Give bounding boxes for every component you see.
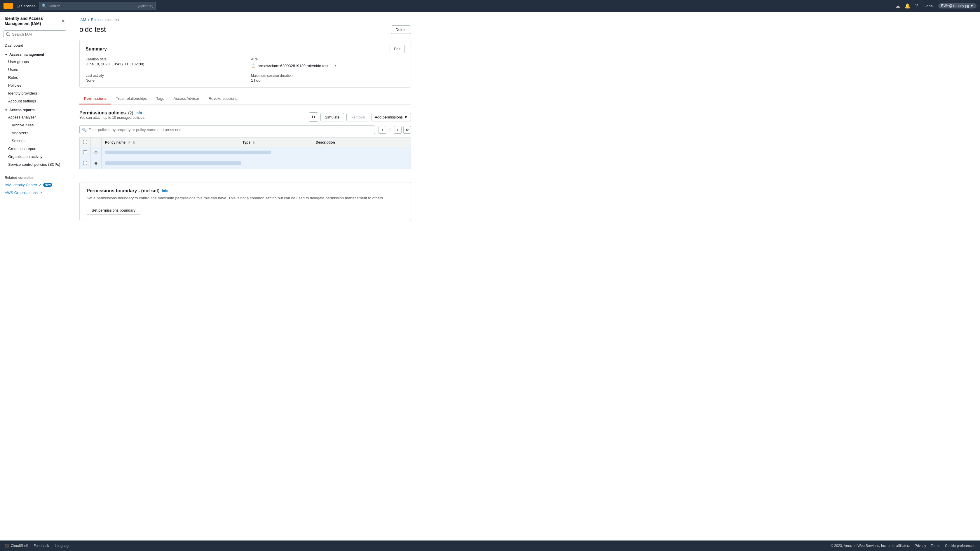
last-activity-value: None: [86, 78, 239, 83]
boundary-description: Set a permissions boundary to control th…: [87, 195, 404, 201]
refresh-button[interactable]: ↻: [309, 112, 318, 122]
global-search-input[interactable]: [48, 4, 136, 8]
add-permissions-button[interactable]: Add permissions ▼: [372, 113, 411, 121]
aws-logo: aws: [3, 3, 13, 9]
tab-permissions[interactable]: Permissions: [80, 93, 111, 105]
sidebar-item-aws-organizations[interactable]: AWS Organizations ↗: [0, 189, 70, 197]
sidebar-related-label: Related consoles: [0, 174, 70, 181]
sidebar-item-credential-report[interactable]: Credential report: [0, 145, 70, 153]
close-sidebar-icon[interactable]: ✕: [61, 18, 65, 24]
boundary-info-link[interactable]: Info: [162, 189, 169, 193]
breadcrumb-sep-2: ›: [102, 18, 103, 22]
sidebar-title: Identity and Access Management (IAM): [5, 16, 61, 26]
tab-access-advisor[interactable]: Access Advisor: [169, 93, 204, 105]
table-header-row: Policy name ↗ ⇅ Type ⇅ Description: [80, 138, 411, 147]
col-checkbox: [80, 138, 91, 147]
sidebar-search-input[interactable]: [3, 30, 66, 38]
breadcrumb-current: oidc-test: [105, 18, 120, 22]
sidebar-item-iam-identity-center[interactable]: IAM Identity Center ↗ New: [0, 181, 70, 189]
filter-row: 🔍 ‹ 1 › ⚙: [80, 126, 411, 134]
col-policy-name[interactable]: Policy name ↗ ⇅: [102, 138, 239, 147]
set-permissions-boundary-button[interactable]: Set permissions boundary: [87, 206, 140, 215]
row1-checkbox[interactable]: [83, 150, 87, 154]
sidebar-item-analyzers[interactable]: Analyzers: [0, 129, 70, 137]
sidebar-item-scps[interactable]: Service control policies (SCPs): [0, 161, 70, 169]
breadcrumb-roles[interactable]: Roles: [91, 18, 100, 22]
breadcrumb-iam[interactable]: IAM: [80, 18, 86, 22]
policies-info-link[interactable]: Info: [135, 111, 142, 115]
language-link[interactable]: Language: [55, 544, 70, 548]
expand-icon[interactable]: ⊕: [94, 150, 98, 155]
sort-icon-type: ⇅: [253, 141, 255, 144]
row2-loading-cell: [102, 158, 411, 169]
services-button[interactable]: ⊞ Services: [16, 3, 36, 8]
policies-table: Policy name ↗ ⇅ Type ⇅ Description: [80, 137, 411, 169]
policies-count: (2): [128, 111, 133, 115]
terms-link[interactable]: Terms: [931, 544, 940, 548]
sidebar-section-access-management[interactable]: ▼ Access management: [0, 49, 70, 58]
external-link-icon-policy: ↗: [127, 141, 130, 144]
summary-section: Summary Edit Creation date June 19, 2023…: [80, 40, 411, 88]
policies-subtitle: You can attach up to 10 managed policies…: [80, 116, 145, 119]
max-session-label: Maximum session duration: [251, 73, 405, 78]
prev-page-button[interactable]: ‹: [379, 126, 386, 134]
bottom-bar: ⬛ CloudShell Feedback Language © 2023, A…: [0, 540, 980, 551]
row1-checkbox-cell: [80, 147, 91, 158]
max-session-value: 1 hour: [251, 78, 405, 83]
sidebar-item-policies[interactable]: Policies: [0, 81, 70, 89]
loading-bar-2: [105, 161, 241, 165]
new-badge: New: [43, 183, 52, 187]
help-icon[interactable]: ?: [915, 3, 918, 8]
table-settings-button[interactable]: ⚙: [403, 126, 411, 134]
simulate-button[interactable]: Simulate: [320, 113, 344, 121]
filter-input[interactable]: [80, 126, 375, 134]
tab-tags[interactable]: Tags: [151, 93, 169, 105]
edit-button[interactable]: Edit: [390, 45, 405, 53]
breadcrumb-sep-1: ›: [88, 18, 89, 22]
sidebar-item-users[interactable]: Users: [0, 66, 70, 73]
copy-icon[interactable]: 📋: [251, 63, 256, 68]
table-row: ⊕: [80, 158, 411, 169]
sidebar-item-user-groups[interactable]: User groups: [0, 58, 70, 66]
sidebar-item-access-analyzer[interactable]: Access analyzer: [0, 113, 70, 121]
external-link-icon: ↗: [39, 183, 41, 187]
sidebar-item-identity-providers[interactable]: Identity providers: [0, 89, 70, 97]
sidebar-item-roles[interactable]: Roles: [0, 73, 70, 81]
cloudshell-button[interactable]: ⬛ CloudShell: [5, 544, 28, 548]
sidebar-section-access-reports[interactable]: ▼ Access reports: [0, 105, 70, 113]
delete-button[interactable]: Delete: [391, 25, 411, 34]
table-row: ⊕: [80, 147, 411, 158]
account-menu[interactable]: RW+@+buddy-pg ▼: [938, 3, 977, 8]
expand-icon-2[interactable]: ⊕: [94, 161, 98, 166]
bottom-bar-left: ⬛ CloudShell Feedback Language: [5, 544, 70, 548]
policies-header: Permissions policies (2) Info You can at…: [80, 110, 411, 124]
permissions-policies-section: Permissions policies (2) Info You can at…: [80, 105, 411, 175]
next-page-button[interactable]: ›: [394, 126, 402, 134]
cookie-link[interactable]: Cookie preferences: [945, 544, 975, 548]
tab-revoke-sessions[interactable]: Revoke sessions: [204, 93, 242, 105]
sidebar-header: Identity and Access Management (IAM) ✕: [0, 12, 70, 29]
breadcrumb: IAM › Roles › oidc-test: [80, 18, 411, 22]
select-all-checkbox[interactable]: [83, 140, 87, 144]
tab-trust-relationships[interactable]: Trust relationships: [111, 93, 151, 105]
feedback-link[interactable]: Feedback: [33, 544, 49, 548]
row2-checkbox[interactable]: [83, 161, 87, 165]
sidebar-item-archive-rules[interactable]: Archive rules: [0, 121, 70, 129]
privacy-link[interactable]: Privacy: [915, 544, 926, 548]
sidebar-item-settings[interactable]: Settings: [0, 137, 70, 145]
cloud-icon[interactable]: ☁: [896, 3, 900, 9]
global-search-bar[interactable]: 🔍 [Option+S]: [39, 2, 156, 10]
tabs-row: Permissions Trust relationships Tags Acc…: [80, 93, 411, 105]
sidebar-item-org-activity[interactable]: Organization activity: [0, 153, 70, 161]
remove-button[interactable]: Remove: [347, 113, 369, 121]
pagination-row: ‹ 1 › ⚙: [379, 126, 411, 134]
col-type[interactable]: Type ⇅: [239, 138, 312, 147]
max-session-cell: Maximum session duration 1 hour: [251, 73, 405, 83]
summary-title-row: Summary Edit: [86, 45, 405, 53]
sidebar-item-dashboard[interactable]: Dashboard: [0, 41, 70, 49]
bell-icon[interactable]: 🔔: [905, 3, 910, 9]
region-selector[interactable]: Global: [923, 4, 934, 8]
row2-checkbox-cell: [80, 158, 91, 169]
external-link-icon-2: ↗: [40, 191, 42, 195]
sidebar-item-account-settings[interactable]: Account settings: [0, 97, 70, 105]
